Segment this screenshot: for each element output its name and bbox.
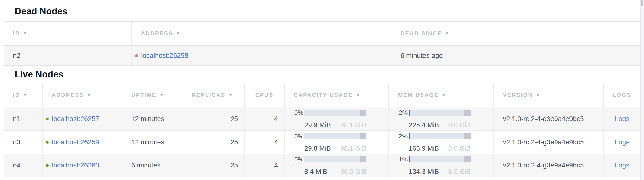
capacity-bar-end-segment [360,133,366,139]
live-header-logs: LOGS [603,83,640,107]
sort-desc-icon: ▼ [228,92,233,98]
node-cpus-cell: 4 [244,107,284,130]
mem-usage-bar [408,133,470,139]
mem-total-value: 8.0 GiB [448,168,470,175]
capacity-bar-end-segment [360,156,366,162]
live-header-replicas[interactable]: REPLICAS ▼ [180,83,244,107]
nodes-overview-page: Dead Nodes ID ▼ ADDRESS ▼ DEAD SINCE ▼ n… [0,0,644,180]
live-header-version[interactable]: VERSION ▼ [493,83,603,107]
node-cpus-cell: 4 [244,154,284,177]
live-header-id[interactable]: ID ▼ [4,83,42,107]
node-version-cell: v2.1.0-rc.2-4-g3e9a4e9bc5 [493,131,603,154]
live-node-status-dot [46,141,48,144]
mem-percent-label: 2% [394,109,408,116]
node-id-cell: n1 [4,107,42,130]
dead-header-dead-since[interactable]: DEAD SINCE ▼ [391,22,640,45]
mem-usage-bar [408,156,470,162]
logs-link[interactable]: Logs [615,162,630,169]
node-id-cell: n4 [4,154,42,177]
mem-used-value: 134.3 MiB [408,168,439,175]
dead-nodes-header-row: ID ▼ ADDRESS ▼ DEAD SINCE ▼ [4,22,640,46]
mem-bar-end-segment [464,133,470,139]
dead-header-id[interactable]: ID ▼ [4,22,131,45]
live-header-mem-usage[interactable]: MEM USAGE ▼ [388,83,493,107]
capacity-usage-bar [304,110,366,116]
node-address-cell: localhost:26257 [42,107,122,130]
node-uptime-cell: 6 minutes [122,154,180,177]
node-logs-cell: Logs [603,154,640,177]
live-node-status-dot [46,164,48,167]
dead-nodes-title: Dead Nodes [4,6,68,16]
node-address-cell: localhost:26258 [131,46,391,66]
sort-desc-icon: ▼ [356,92,360,98]
sort-desc-icon: ▼ [86,92,91,98]
live-header-uptime[interactable]: UPTIME ▼ [122,83,180,107]
node-id-cell: n3 [4,131,42,154]
node-logs-cell: Logs [603,131,640,154]
live-node-row: n3 localhost:26259 12 minutes 25 4 0% 29… [4,130,640,154]
dead-node-status-dot [135,54,138,57]
node-address-link[interactable]: localhost:26257 [52,115,99,123]
node-address-link[interactable]: localhost:26260 [52,162,99,169]
mem-percent-label: 2% [394,132,408,140]
mem-used-fill [408,133,410,139]
node-id-cell: n2 [4,46,131,66]
live-header-cpus: CPUS [244,83,284,107]
scrollbar-thumb[interactable] [641,0,643,6]
capacity-total-value: 98.1 GiB [340,122,366,129]
mem-usage-cell: 2% 166.9 MiB 8.0 GiB [388,131,493,154]
live-node-row: n4 localhost:26260 6 minutes 25 4 0% 8.4… [4,154,640,177]
node-address-link[interactable]: localhost:26258 [141,52,188,60]
live-header-capacity-usage[interactable]: CAPACITY USAGE ▼ [284,83,388,107]
node-version-cell: v2.1.0-rc.2-4-g3e9a4e9bc5 [493,154,603,177]
mem-total-value: 8.0 GiB [448,145,470,152]
live-header-address[interactable]: ADDRESS ▼ [42,83,122,107]
capacity-total-value: 98.1 GiB [340,145,366,152]
mem-usage-cell: 2% 225.4 MiB 8.0 GiB [388,107,493,130]
dead-node-row: n2 localhost:26258 6 minutes ago [4,46,640,66]
capacity-usage-cell: 0% 29.9 MiB 98.1 GiB [284,107,388,130]
mem-used-value: 166.9 MiB [408,145,439,152]
dead-header-address[interactable]: ADDRESS ▼ [131,22,391,45]
logs-link[interactable]: Logs [615,138,630,146]
node-address-link[interactable]: localhost:26259 [52,138,99,146]
mem-total-value: 8.0 GiB [448,122,470,129]
sort-desc-icon: ▼ [445,31,449,36]
mem-bar-end-segment [464,156,470,162]
capacity-usage-bar [304,133,366,139]
capacity-used-value: 8.4 MiB [304,168,327,175]
live-nodes-title: Live Nodes [4,69,64,80]
node-replicas-cell: 25 [180,131,244,154]
sort-desc-icon: ▼ [442,92,446,98]
node-uptime-cell: 12 minutes [122,107,180,130]
sort-desc-icon: ▼ [160,92,164,98]
content-panel: Dead Nodes ID ▼ ADDRESS ▼ DEAD SINCE ▼ n… [4,0,640,177]
mem-usage-bar [408,110,470,116]
capacity-percent-label: 0% [290,156,304,163]
node-replicas-cell: 25 [180,107,244,130]
capacity-percent-label: 0% [290,132,304,140]
node-cpus-cell: 4 [244,131,284,154]
dead-nodes-table: ID ▼ ADDRESS ▼ DEAD SINCE ▼ n2 localhost… [4,21,640,66]
live-nodes-table: ID ▼ ADDRESS ▼ UPTIME ▼ REPLICAS ▼ CPUS [4,83,640,177]
node-replicas-cell: 25 [180,154,244,177]
live-nodes-header-row: ID ▼ ADDRESS ▼ UPTIME ▼ REPLICAS ▼ CPUS [4,83,640,107]
sort-desc-icon: ▼ [536,92,540,98]
node-address-cell: localhost:26260 [42,154,122,177]
mem-used-fill [408,110,410,116]
mem-used-fill [408,156,410,162]
logs-link[interactable]: Logs [615,115,630,123]
capacity-percent-label: 0% [290,109,304,116]
capacity-bar-end-segment [360,110,366,116]
mem-bar-end-segment [464,110,470,116]
node-address-cell: localhost:26259 [42,131,122,154]
capacity-usage-bar [304,156,366,162]
node-uptime-cell: 12 minutes [122,131,180,154]
scrollbar-track[interactable] [640,0,644,180]
live-node-row: n1 localhost:26257 12 minutes 25 4 0% 29… [4,107,640,130]
capacity-used-value: 29.9 MiB [304,122,331,129]
live-node-status-dot [46,118,48,120]
capacity-total-value: 98.0 GiB [340,168,366,175]
capacity-usage-cell: 0% 8.4 MiB 98.0 GiB [284,154,388,177]
sort-desc-icon: ▼ [23,92,28,98]
